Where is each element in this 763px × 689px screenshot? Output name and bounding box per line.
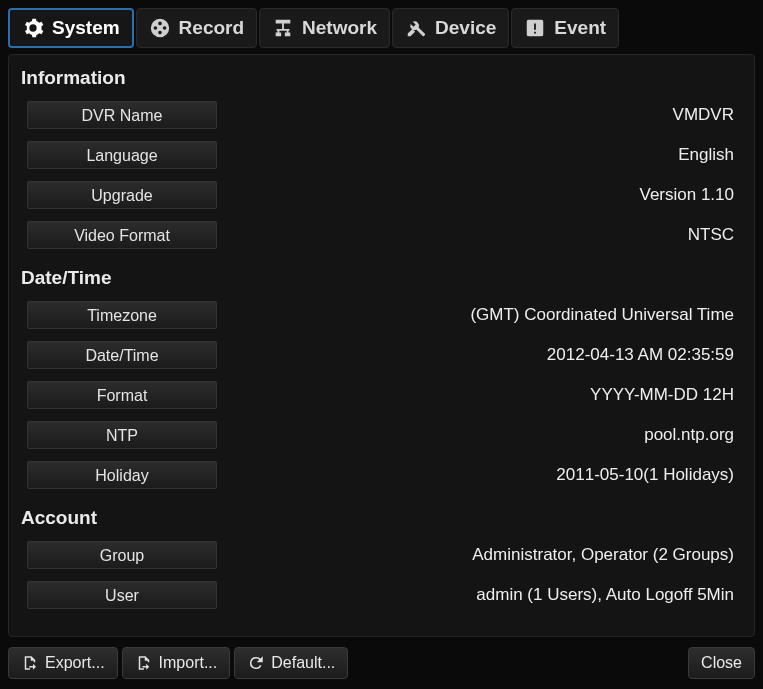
row-user: User admin (1 Users), Auto Logoff 5Min [21,577,742,613]
tab-device[interactable]: Device [392,8,509,48]
default-button[interactable]: Default... [234,647,348,679]
refresh-icon [247,654,265,672]
tools-icon [405,17,427,39]
language-button[interactable]: Language [27,141,217,169]
import-icon [135,654,153,672]
section-datetime-title: Date/Time [21,267,742,289]
format-value: YYYY-MM-DD 12H [217,385,742,405]
row-upgrade: Upgrade Version 1.10 [21,177,742,213]
settings-window: System Record Network Device Event [0,0,763,689]
gear-icon [22,17,44,39]
alert-icon [524,17,546,39]
row-timezone: Timezone (GMT) Coordinated Universal Tim… [21,297,742,333]
row-ntp: NTP pool.ntp.org [21,417,742,453]
format-button[interactable]: Format [27,381,217,409]
tab-bar: System Record Network Device Event [8,8,755,48]
footer-bar: Export... Import... Default... Close [8,645,755,681]
network-icon [272,17,294,39]
tab-network[interactable]: Network [259,8,390,48]
datetime-value: 2012-04-13 AM 02:35:59 [217,345,742,365]
holiday-button[interactable]: Holiday [27,461,217,489]
tab-record-label: Record [179,17,244,39]
row-language: Language English [21,137,742,173]
export-button[interactable]: Export... [8,647,118,679]
export-icon [21,654,39,672]
datetime-button[interactable]: Date/Time [27,341,217,369]
export-button-label: Export... [45,654,105,672]
holiday-value: 2011-05-10(1 Holidays) [217,465,742,485]
group-value: Administrator, Operator (2 Groups) [217,545,742,565]
language-value: English [217,145,742,165]
user-value: admin (1 Users), Auto Logoff 5Min [217,585,742,605]
tab-event[interactable]: Event [511,8,619,48]
timezone-value: (GMT) Coordinated Universal Time [217,305,742,325]
upgrade-button[interactable]: Upgrade [27,181,217,209]
tab-system-label: System [52,17,120,39]
section-datetime: Date/Time Timezone (GMT) Coordinated Uni… [21,267,742,493]
close-button[interactable]: Close [688,647,755,679]
row-datetime: Date/Time 2012-04-13 AM 02:35:59 [21,337,742,373]
video-format-value: NTSC [217,225,742,245]
tab-event-label: Event [554,17,606,39]
tab-system[interactable]: System [8,8,134,48]
upgrade-value: Version 1.10 [217,185,742,205]
dvr-name-button[interactable]: DVR Name [27,101,217,129]
import-button[interactable]: Import... [122,647,231,679]
tab-network-label: Network [302,17,377,39]
timezone-button[interactable]: Timezone [27,301,217,329]
row-video-format: Video Format NTSC [21,217,742,253]
dvr-name-value: VMDVR [217,105,742,125]
video-format-button[interactable]: Video Format [27,221,217,249]
row-group: Group Administrator, Operator (2 Groups) [21,537,742,573]
tab-device-label: Device [435,17,496,39]
section-account-title: Account [21,507,742,529]
section-information: Information DVR Name VMDVR Language Engl… [21,67,742,253]
system-panel: Information DVR Name VMDVR Language Engl… [8,54,755,637]
tab-record[interactable]: Record [136,8,257,48]
user-button[interactable]: User [27,581,217,609]
row-dvr-name: DVR Name VMDVR [21,97,742,133]
ntp-button[interactable]: NTP [27,421,217,449]
section-account: Account Group Administrator, Operator (2… [21,507,742,613]
film-reel-icon [149,17,171,39]
row-holiday: Holiday 2011-05-10(1 Holidays) [21,457,742,493]
ntp-value: pool.ntp.org [217,425,742,445]
close-button-label: Close [701,654,742,672]
row-format: Format YYYY-MM-DD 12H [21,377,742,413]
import-button-label: Import... [159,654,218,672]
group-button[interactable]: Group [27,541,217,569]
default-button-label: Default... [271,654,335,672]
section-information-title: Information [21,67,742,89]
